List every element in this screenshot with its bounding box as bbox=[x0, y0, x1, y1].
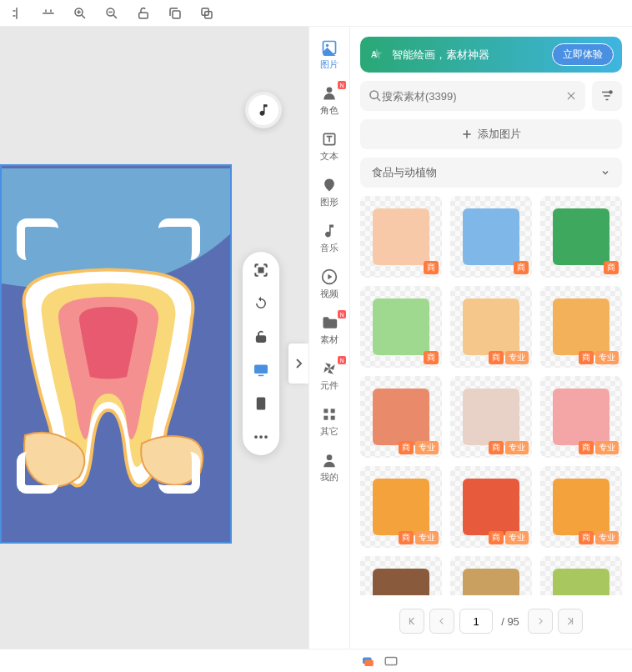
tab-label: 元件 bbox=[320, 379, 339, 392]
asset-bag[interactable]: 商专业 bbox=[360, 466, 442, 548]
timeline-icon[interactable] bbox=[384, 654, 399, 669]
pagination: / 95 bbox=[360, 604, 622, 639]
add-image-button[interactable]: 添加图片 bbox=[360, 119, 622, 149]
zoom-in-icon[interactable] bbox=[72, 5, 88, 22]
new-badge: N bbox=[338, 81, 346, 89]
svg-rect-6 bbox=[259, 268, 263, 273]
tablet-icon[interactable] bbox=[251, 394, 271, 414]
asset-thumbnail bbox=[373, 479, 430, 536]
plus-icon bbox=[461, 128, 473, 140]
badge-pro: 专业 bbox=[415, 531, 439, 544]
expand-panel-button[interactable] bbox=[288, 344, 308, 384]
paste-icon[interactable] bbox=[198, 5, 215, 22]
canvas-area[interactable] bbox=[0, 27, 308, 649]
svg-rect-8 bbox=[254, 365, 268, 374]
badge-commercial: 商 bbox=[399, 441, 414, 454]
asset-potato[interactable]: 商专业 bbox=[450, 556, 532, 595]
asset-thumbnail bbox=[463, 208, 520, 266]
asset-thumbnail bbox=[553, 479, 610, 536]
category-label: 食品与动植物 bbox=[372, 165, 437, 180]
lock-icon[interactable] bbox=[251, 327, 271, 347]
category-select[interactable]: 食品与动植物 bbox=[360, 158, 622, 188]
asset-thumbnail bbox=[463, 389, 520, 446]
svg-text:A: A bbox=[371, 50, 377, 59]
page-prev-button[interactable] bbox=[429, 609, 454, 634]
promo-text: 智能绘画，素材神器 bbox=[392, 48, 489, 63]
display-icon[interactable] bbox=[251, 360, 271, 380]
asset-meat[interactable]: 商专业 bbox=[540, 376, 622, 458]
search-input[interactable] bbox=[382, 90, 565, 103]
asset-bucket[interactable]: 商专业 bbox=[450, 466, 532, 548]
align-vertical-icon[interactable] bbox=[40, 5, 57, 22]
align-horizontal-icon[interactable] bbox=[8, 5, 25, 22]
badge-pro: 专业 bbox=[595, 441, 619, 454]
promo-button[interactable]: 立即体验 bbox=[552, 43, 614, 66]
page-total: / 95 bbox=[501, 615, 519, 628]
svg-rect-21 bbox=[324, 416, 328, 420]
asset-chicken-plate[interactable]: 商专业 bbox=[450, 286, 532, 368]
asset-chicken-1[interactable]: 商 bbox=[360, 196, 442, 278]
rotate-icon[interactable] bbox=[251, 293, 271, 313]
badge-commercial: 商 bbox=[489, 351, 504, 364]
copy-icon[interactable] bbox=[167, 5, 183, 22]
tab-text[interactable]: 文本 bbox=[309, 125, 349, 168]
svg-rect-7 bbox=[257, 336, 266, 342]
tooth-illustration bbox=[0, 260, 217, 510]
page-next-button[interactable] bbox=[528, 609, 553, 634]
tab-music[interactable]: 音乐 bbox=[309, 217, 349, 259]
asset-leaf-green[interactable]: 商 bbox=[540, 196, 622, 278]
category-tabs: 图片角色N文本图形音乐视频素材N元件N其它我的 bbox=[308, 27, 350, 649]
clear-icon[interactable] bbox=[565, 90, 577, 102]
search-box[interactable] bbox=[360, 81, 585, 111]
tab-image[interactable]: 图片 bbox=[309, 33, 349, 76]
tab-shape[interactable]: 图形 bbox=[309, 171, 349, 213]
svg-point-13 bbox=[264, 435, 268, 439]
music-button[interactable] bbox=[245, 92, 282, 128]
page-input[interactable] bbox=[459, 609, 493, 634]
asset-cookies[interactable]: 商专业 bbox=[540, 466, 622, 548]
focus-icon[interactable] bbox=[251, 260, 271, 280]
tab-asset[interactable]: 素材N bbox=[309, 308, 349, 351]
unlock-icon[interactable] bbox=[135, 5, 152, 22]
asset-feast[interactable]: 商专业 bbox=[360, 376, 442, 458]
more-icon[interactable] bbox=[251, 427, 271, 447]
tab-video[interactable]: 视频 bbox=[309, 263, 349, 305]
tab-label: 视频 bbox=[320, 288, 339, 300]
search-icon bbox=[369, 89, 382, 103]
asset-wheat[interactable]: 商专业 bbox=[540, 556, 622, 595]
asset-pancake[interactable]: 商专业 bbox=[540, 286, 622, 368]
svg-point-15 bbox=[326, 44, 329, 47]
play-icon bbox=[320, 268, 339, 286]
new-badge: N bbox=[338, 356, 346, 364]
tab-label: 角色 bbox=[320, 104, 339, 117]
zoom-out-icon[interactable] bbox=[103, 5, 120, 22]
badge-pro: 专业 bbox=[505, 441, 529, 454]
asset-thumbnail bbox=[373, 389, 430, 446]
asset-chestnut[interactable]: 商专业 bbox=[360, 556, 442, 595]
layers-icon[interactable] bbox=[360, 654, 375, 669]
tab-mine[interactable]: 我的 bbox=[309, 446, 349, 489]
promo-banner[interactable]: A 智能绘画，素材神器 立即体验 bbox=[360, 37, 622, 73]
tab-component[interactable]: 元件N bbox=[309, 354, 349, 397]
filter-button[interactable] bbox=[592, 81, 622, 111]
person-icon bbox=[320, 84, 339, 103]
badge-commercial: 商 bbox=[424, 261, 439, 274]
canvas-side-toolbar bbox=[243, 252, 279, 455]
asset-thumbnail bbox=[553, 208, 610, 266]
badge-commercial: 商 bbox=[424, 351, 439, 364]
bottom-strip bbox=[0, 649, 632, 672]
asset-dots-blue[interactable]: 商 bbox=[450, 196, 532, 278]
tab-role[interactable]: 角色N bbox=[309, 79, 349, 122]
svg-rect-28 bbox=[364, 659, 374, 666]
asset-bottle[interactable]: 商专业 bbox=[450, 376, 532, 458]
svg-rect-29 bbox=[385, 657, 397, 664]
page-last-button[interactable] bbox=[558, 609, 583, 634]
tab-label: 音乐 bbox=[320, 242, 339, 254]
badge-commercial: 商 bbox=[514, 261, 529, 274]
music-icon bbox=[320, 222, 339, 240]
page-first-button[interactable] bbox=[399, 609, 424, 634]
svg-point-11 bbox=[254, 435, 258, 439]
asset-dots-green[interactable]: 商 bbox=[360, 286, 442, 368]
tab-other[interactable]: 其它 bbox=[309, 400, 349, 443]
new-badge: N bbox=[338, 310, 346, 318]
